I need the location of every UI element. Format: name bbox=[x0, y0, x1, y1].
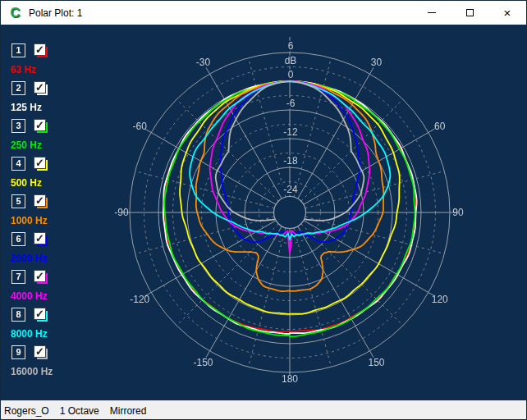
db-label: 0 bbox=[286, 70, 296, 80]
db-unit-label: dB bbox=[283, 55, 299, 66]
angle-label: 180 bbox=[282, 374, 298, 385]
checkmark-icon: ✓ bbox=[35, 346, 44, 357]
legend-frequency-label: 16000 Hz bbox=[11, 366, 53, 377]
legend-frequency-label: 63 Hz bbox=[11, 64, 36, 75]
legend-entry: 4✓500 Hz bbox=[11, 157, 101, 193]
checkmark-icon: ✓ bbox=[35, 82, 44, 93]
db-label: -24 bbox=[282, 185, 299, 195]
legend-number-box: 7 bbox=[11, 270, 25, 284]
legend-entry: 6✓2000 Hz bbox=[11, 232, 101, 268]
status-measurement-name: Rogers_O bbox=[4, 405, 49, 417]
legend-frequency-label: 500 Hz bbox=[11, 177, 42, 189]
legend-number-box: 9 bbox=[11, 345, 25, 359]
legend-number-box: 8 bbox=[11, 308, 25, 322]
legend-number-box: 2 bbox=[11, 81, 25, 95]
angle-label: 120 bbox=[432, 294, 448, 304]
legend-checkbox[interactable]: ✓ bbox=[34, 232, 46, 244]
close-icon: × bbox=[504, 7, 511, 19]
status-mirror-mode: Mirrored bbox=[110, 405, 147, 417]
legend-frequency-label: 8000 Hz bbox=[11, 328, 48, 340]
angle-label: -90 bbox=[114, 208, 128, 218]
legend-entry: 9✓16000 Hz bbox=[11, 345, 101, 381]
db-label: 6 bbox=[286, 41, 296, 52]
angle-label: 150 bbox=[368, 357, 384, 368]
legend-frequency-label: 4000 Hz bbox=[11, 290, 48, 302]
window-title: Polar Plot: 1 bbox=[29, 7, 82, 19]
checkmark-icon: ✓ bbox=[35, 233, 44, 244]
angle-label: 30 bbox=[371, 57, 382, 68]
legend-frequency-label: 250 Hz bbox=[11, 139, 42, 151]
legend-entry: 2✓125 Hz bbox=[11, 81, 101, 117]
legend-checkbox[interactable]: ✓ bbox=[34, 345, 46, 358]
angle-label: -150 bbox=[193, 357, 213, 368]
legend-number-box: 6 bbox=[11, 232, 25, 246]
legend-number-box: 5 bbox=[11, 194, 25, 208]
titlebar[interactable]: C Polar Plot: 1 × bbox=[1, 1, 526, 25]
legend-frequency-label: 125 Hz bbox=[11, 102, 42, 113]
close-button[interactable]: × bbox=[488, 1, 526, 25]
angle-label: -120 bbox=[130, 294, 149, 304]
status-smoothing: 1 Octave bbox=[60, 405, 99, 417]
checkmark-icon: ✓ bbox=[35, 271, 44, 281]
minimize-icon bbox=[428, 12, 436, 13]
legend-checkbox[interactable]: ✓ bbox=[34, 194, 46, 207]
legend-checkbox[interactable]: ✓ bbox=[34, 270, 46, 282]
db-label: -18 bbox=[282, 156, 299, 167]
legend-number-box: 4 bbox=[11, 157, 25, 171]
checkmark-icon: ✓ bbox=[35, 195, 44, 206]
minimize-button[interactable] bbox=[413, 1, 451, 25]
legend-entry: 5✓1000 Hz bbox=[11, 194, 101, 231]
checkmark-icon: ✓ bbox=[35, 308, 44, 319]
db-label: -6 bbox=[285, 98, 297, 109]
legend-checkbox[interactable]: ✓ bbox=[34, 81, 46, 94]
polar-plot-window: C Polar Plot: 1 × -3030-6060-9090-120120… bbox=[0, 0, 527, 420]
checkmark-icon: ✓ bbox=[35, 44, 44, 55]
checkmark-icon: ✓ bbox=[35, 158, 44, 168]
angle-label: -30 bbox=[196, 57, 210, 68]
angle-label: 60 bbox=[434, 121, 445, 131]
checkmark-icon: ✓ bbox=[35, 120, 44, 130]
window-controls: × bbox=[413, 1, 526, 25]
legend-entry: 8✓8000 Hz bbox=[11, 308, 101, 344]
db-label: -12 bbox=[282, 127, 299, 138]
legend-entry: 3✓250 Hz bbox=[11, 119, 101, 155]
legend-number-box: 3 bbox=[11, 119, 25, 133]
legend-checkbox[interactable]: ✓ bbox=[34, 119, 46, 131]
angle-label: -60 bbox=[133, 121, 147, 131]
legend-frequency-label: 2000 Hz bbox=[11, 253, 48, 264]
legend-entry: 7✓4000 Hz bbox=[11, 270, 101, 306]
legend-number-box: 1 bbox=[11, 43, 25, 57]
maximize-icon bbox=[466, 9, 474, 16]
maximize-button[interactable] bbox=[451, 1, 488, 25]
polar-plot-area: -3030-6060-9090-120120-1501501806dB0-6-1… bbox=[1, 25, 526, 400]
legend-checkbox[interactable]: ✓ bbox=[34, 43, 46, 56]
app-logo-icon[interactable]: C bbox=[8, 6, 22, 20]
legend-entry: 1✓63 Hz bbox=[11, 43, 101, 80]
statusbar: Rogers_O 1 Octave Mirrored bbox=[1, 400, 526, 420]
angle-label: 90 bbox=[452, 208, 463, 218]
legend-checkbox[interactable]: ✓ bbox=[34, 308, 46, 320]
legend-frequency-label: 1000 Hz bbox=[11, 215, 48, 226]
legend-checkbox[interactable]: ✓ bbox=[34, 157, 46, 169]
